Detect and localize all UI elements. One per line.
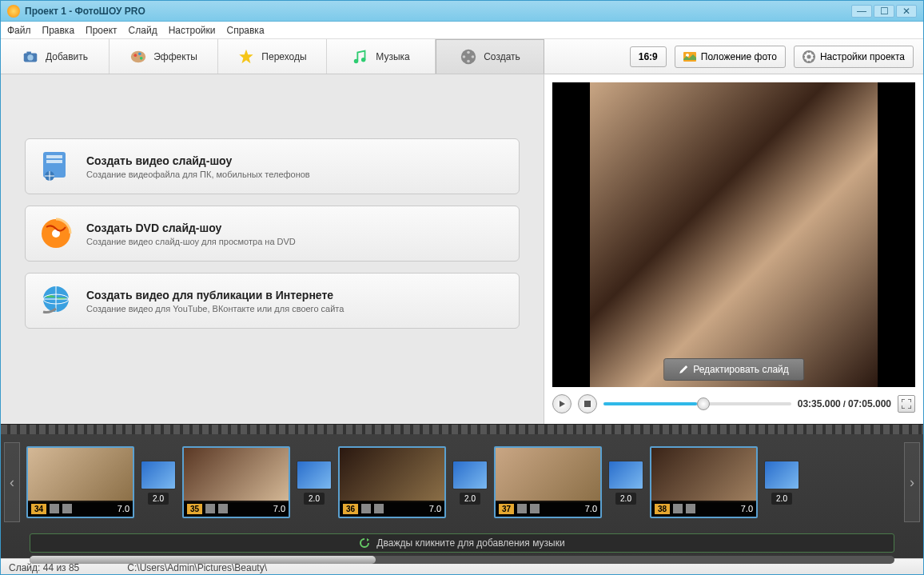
svg-point-4 bbox=[134, 54, 137, 57]
timeline: ‹ 34 7.0 2.0 35 7.0 2.0 36 bbox=[1, 424, 923, 558]
menu-settings[interactable]: Настройки bbox=[169, 25, 216, 36]
transition-1[interactable]: 2.0 bbox=[141, 461, 176, 505]
project-settings-label: Настройки проекта bbox=[820, 51, 905, 62]
create-video-desc: Создание видеофайла для ПК, мобильных те… bbox=[86, 170, 310, 179]
seek-track[interactable] bbox=[603, 402, 791, 405]
svg-point-13 bbox=[686, 54, 689, 57]
slide-38[interactable]: 38 7.0 bbox=[650, 446, 758, 518]
seek-fill bbox=[603, 402, 697, 405]
transition-2[interactable]: 2.0 bbox=[297, 461, 332, 505]
maximize-button[interactable]: ☐ bbox=[874, 5, 894, 18]
transition-5[interactable]: 2.0 bbox=[764, 461, 799, 505]
player-controls: 03:35.000 / 07:05.000 bbox=[552, 387, 915, 416]
fullscreen-button[interactable] bbox=[898, 395, 915, 413]
menu-file[interactable]: Файл bbox=[7, 25, 31, 36]
scrollbar-thumb[interactable] bbox=[30, 556, 376, 564]
tab-transitions[interactable]: Переходы bbox=[218, 39, 327, 74]
timeline-prev-button[interactable]: ‹ bbox=[4, 442, 20, 522]
camera-icon bbox=[22, 48, 39, 66]
titlebar[interactable]: Проект 1 - ФотоШОУ PRO — ☐ ✕ bbox=[1, 1, 923, 22]
create-dvd-card[interactable]: Создать DVD слайд-шоу Создание видео сла… bbox=[25, 206, 520, 262]
create-video-card[interactable]: Создать видео слайд-шоу Создание видеофа… bbox=[25, 138, 520, 194]
slide-duration: 7.0 bbox=[585, 504, 597, 513]
pencil-icon[interactable] bbox=[50, 504, 59, 513]
transition-duration: 2.0 bbox=[615, 493, 636, 505]
svg-point-9 bbox=[472, 55, 475, 58]
timeline-next-button[interactable]: › bbox=[904, 442, 920, 522]
pencil-icon[interactable] bbox=[205, 504, 215, 513]
menubar: Файл Правка Проект Слайд Настройки Справ… bbox=[1, 22, 923, 39]
slide-number: 35 bbox=[187, 504, 202, 514]
slide-thumbnail bbox=[184, 448, 289, 502]
svg-rect-17 bbox=[46, 155, 62, 158]
svg-rect-2 bbox=[26, 51, 31, 54]
timeline-scrollbar[interactable] bbox=[30, 556, 894, 564]
stop-button[interactable] bbox=[578, 394, 597, 413]
pencil-icon bbox=[679, 365, 688, 374]
tab-create[interactable]: Создать bbox=[436, 39, 544, 74]
tab-add-label: Добавить bbox=[46, 51, 88, 62]
tab-music-label: Музыка bbox=[376, 51, 409, 62]
create-web-card[interactable]: Создать видео для публикации в Интернете… bbox=[25, 273, 520, 329]
tab-effects-label: Эффекты bbox=[153, 51, 197, 62]
palette-icon bbox=[129, 48, 147, 66]
play-button[interactable] bbox=[552, 394, 572, 413]
stop-icon bbox=[584, 401, 591, 407]
preview-area[interactable]: Редактировать слайд bbox=[552, 82, 915, 387]
photo-position-button[interactable]: Положение фото bbox=[675, 46, 786, 68]
slide-duration: 7.0 bbox=[117, 504, 129, 513]
menu-edit[interactable]: Правка bbox=[42, 25, 75, 36]
aspect-ratio-button[interactable]: 16:9 bbox=[630, 46, 667, 67]
minimize-button[interactable]: — bbox=[851, 5, 872, 18]
sound-icon[interactable] bbox=[62, 504, 72, 513]
slide-36[interactable]: 36 7.0 bbox=[338, 446, 446, 518]
slide-number: 38 bbox=[655, 504, 670, 514]
gear-icon bbox=[803, 50, 815, 63]
tab-music[interactable]: Музыка bbox=[327, 39, 436, 74]
sound-icon[interactable] bbox=[686, 504, 695, 513]
svg-point-6 bbox=[140, 57, 143, 60]
seek-thumb[interactable] bbox=[697, 397, 710, 410]
svg-point-15 bbox=[807, 54, 810, 58]
sound-icon[interactable] bbox=[374, 504, 384, 513]
transition-3[interactable]: 2.0 bbox=[452, 461, 488, 505]
pencil-icon[interactable] bbox=[361, 504, 371, 513]
menu-slide[interactable]: Слайд bbox=[129, 25, 157, 36]
globe-icon bbox=[38, 283, 74, 318]
refresh-icon bbox=[359, 537, 370, 549]
transition-thumbnail bbox=[141, 461, 176, 489]
tab-effects[interactable]: Эффекты bbox=[110, 39, 218, 74]
slide-thumbnail bbox=[496, 448, 600, 502]
slide-34[interactable]: 34 7.0 bbox=[26, 446, 134, 518]
sound-icon[interactable] bbox=[530, 504, 540, 513]
transition-4[interactable]: 2.0 bbox=[608, 461, 643, 505]
slide-duration: 7.0 bbox=[273, 504, 285, 513]
slide-duration: 7.0 bbox=[429, 504, 441, 513]
pencil-icon[interactable] bbox=[673, 504, 683, 513]
slide-37[interactable]: 37 7.0 bbox=[494, 446, 602, 518]
pencil-icon[interactable] bbox=[517, 504, 527, 513]
svg-point-10 bbox=[467, 60, 470, 63]
menu-help[interactable]: Справка bbox=[226, 25, 264, 36]
slide-35[interactable]: 35 7.0 bbox=[182, 446, 290, 518]
create-dvd-desc: Создание видео слайд-шоу для просмотра н… bbox=[86, 237, 296, 246]
transition-duration: 2.0 bbox=[148, 493, 169, 505]
slides-row: ‹ 34 7.0 2.0 35 7.0 2.0 36 bbox=[1, 434, 923, 530]
sound-icon[interactable] bbox=[218, 504, 228, 513]
edit-slide-button[interactable]: Редактировать слайд bbox=[663, 358, 804, 381]
create-panel: Создать видео слайд-шоу Создание видеофа… bbox=[1, 74, 544, 424]
close-button[interactable]: ✕ bbox=[896, 5, 917, 18]
tab-create-label: Создать bbox=[484, 51, 520, 62]
slide-number: 37 bbox=[499, 504, 514, 514]
tab-add[interactable]: Добавить bbox=[1, 39, 110, 74]
star-icon bbox=[237, 48, 255, 66]
tab-transitions-label: Переходы bbox=[261, 51, 306, 62]
slide-duration: 7.0 bbox=[741, 504, 753, 513]
time-display: 03:35.000 / 07:05.000 bbox=[798, 398, 891, 409]
dvd-icon bbox=[38, 216, 74, 251]
edit-slide-label: Редактировать слайд bbox=[693, 364, 789, 375]
slide-number: 34 bbox=[31, 504, 46, 514]
project-settings-button[interactable]: Настройки проекта bbox=[794, 46, 914, 68]
menu-project[interactable]: Проект bbox=[86, 25, 117, 36]
music-track[interactable]: Дважды кликните для добавления музыки bbox=[30, 533, 894, 553]
